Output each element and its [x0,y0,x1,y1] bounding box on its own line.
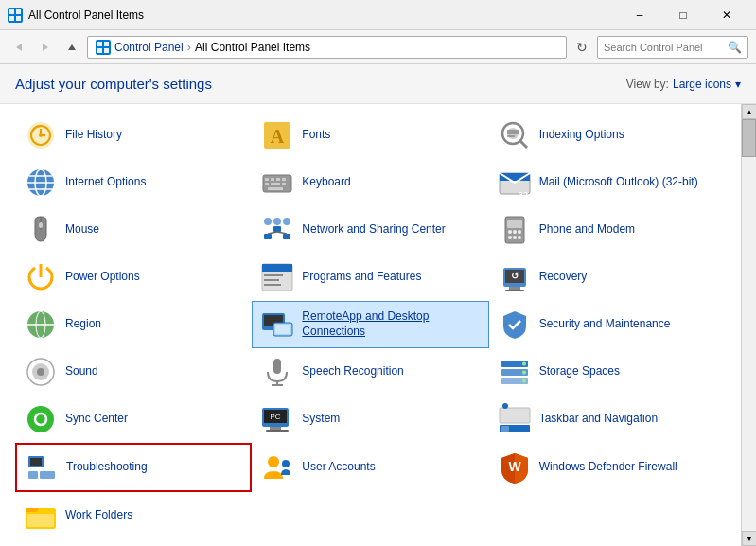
work-folders-icon [24,499,58,533]
svg-rect-98 [500,408,530,423]
up-button[interactable] [61,36,83,59]
view-by-value[interactable]: Large icons [673,78,731,91]
svg-point-51 [273,218,281,225]
scroll-up-button[interactable]: ▲ [742,104,756,119]
svg-marker-6 [43,44,48,51]
item-programs-features[interactable]: Programs and Features [252,254,488,301]
view-by-label: View by: [626,78,669,91]
network-sharing-label: Network and Sharing Center [302,222,445,238]
search-box[interactable]: 🔍 [597,36,748,59]
scrollbar[interactable]: ▲ ▼ [741,104,756,546]
item-windows-defender[interactable]: W Windows Defender Firewall [489,443,726,492]
item-recovery[interactable]: ↺ Recovery [489,254,726,301]
close-button[interactable]: ✕ [705,0,748,30]
item-system[interactable]: PC System [252,396,488,443]
svg-rect-11 [97,48,102,53]
title-bar-left: All Control Panel Items [8,8,144,23]
breadcrumb-control-panel[interactable]: Control Panel [114,41,184,54]
troubleshooting-icon [25,450,59,484]
item-sound[interactable]: Sound [15,348,252,396]
maximize-button[interactable]: □ [661,0,705,30]
svg-text:W: W [508,459,521,474]
svg-rect-32 [265,178,269,181]
item-remoteapp[interactable]: RemoteApp and Desktop Connections [252,301,488,348]
power-options-label: Power Options [65,270,140,285]
work-folders-label: Work Folders [65,508,132,523]
svg-rect-33 [271,178,274,181]
scroll-thumb[interactable] [742,119,756,157]
item-speech-recognition[interactable]: Speech Recognition [252,348,488,396]
item-fonts[interactable]: A Fonts [252,112,488,159]
recovery-label: Recovery [539,270,588,285]
svg-rect-64 [264,274,283,276]
svg-point-17 [39,133,43,137]
item-internet-options[interactable]: Internet Options [15,159,252,206]
svg-text:PC: PC [271,413,281,421]
svg-rect-104 [30,458,42,466]
programs-features-label: Programs and Features [302,270,421,285]
taskbar-navigation-icon [498,402,532,436]
speech-recognition-icon [260,355,294,389]
content-area: File History A Fonts Indexing Options In… [0,104,741,546]
svg-point-91 [27,406,54,432]
item-security-maintenance[interactable]: Security and Maintenance [489,301,726,348]
svg-point-89 [522,371,526,375]
view-by-dropdown-arrow[interactable]: ▾ [735,78,741,91]
page-title: Adjust your computer's settings [15,76,212,92]
item-taskbar-navigation[interactable]: Taskbar and Navigation [489,396,726,443]
storage-spaces-icon [498,355,532,389]
svg-marker-7 [68,44,76,50]
svg-rect-12 [104,48,109,53]
svg-text:32: 32 [519,190,528,200]
item-work-folders[interactable]: Work Folders [15,492,252,539]
user-accounts-label: User Accounts [302,460,375,475]
item-mail[interactable]: 32 Mail (Microsoft Outlook) (32-bit) [489,159,726,206]
svg-point-52 [283,218,290,225]
region-icon [24,308,58,342]
svg-rect-46 [273,226,281,232]
item-sync-center[interactable]: Sync Center [15,396,252,443]
title-bar: All Control Panel Items – □ ✕ [0,0,756,30]
breadcrumb: Control Panel › All Control Panel Items [87,36,567,59]
item-phone-modem[interactable]: Phone and Modem [489,206,726,254]
minimize-button[interactable]: – [618,0,661,30]
sync-center-label: Sync Center [65,412,128,427]
svg-rect-45 [264,234,272,239]
item-region[interactable]: Region [15,301,252,348]
svg-rect-10 [104,42,109,46]
breadcrumb-all-items: All Control Panel Items [195,41,310,54]
item-power-options[interactable]: Power Options [15,254,252,301]
svg-rect-102 [28,471,38,479]
svg-rect-65 [264,279,279,281]
svg-rect-3 [9,16,14,21]
storage-spaces-label: Storage Spaces [539,364,620,379]
svg-rect-38 [282,183,286,185]
item-keyboard[interactable]: Keyboard [252,159,488,206]
item-storage-spaces[interactable]: Storage Spaces [489,348,726,396]
item-indexing-options[interactable]: Indexing Options [489,112,726,159]
phone-modem-icon [498,213,532,247]
security-maintenance-label: Security and Maintenance [539,317,671,332]
svg-text:A: A [271,126,285,147]
window-icon [8,8,23,23]
window-title: All Control Panel Items [28,9,144,22]
item-troubleshooting[interactable]: Troubleshooting [15,443,252,492]
mail-label: Mail (Microsoft Outlook) (32-bit) [539,175,698,190]
item-file-history[interactable]: File History [15,112,252,159]
search-input[interactable] [604,42,724,53]
items-grid: File History A Fonts Indexing Options In… [15,112,726,539]
svg-point-60 [518,236,521,239]
item-network-sharing[interactable]: Network and Sharing Center [252,206,488,254]
refresh-button[interactable]: ↻ [571,36,593,59]
scroll-track[interactable] [742,119,756,531]
item-user-accounts[interactable]: User Accounts [252,443,488,492]
svg-point-100 [502,403,508,409]
svg-point-56 [513,230,517,234]
forward-button[interactable] [34,36,57,59]
back-button[interactable] [8,36,30,59]
item-mouse[interactable]: Mouse [15,206,252,254]
toolbar: Adjust your computer's settings View by:… [0,64,756,104]
svg-point-50 [264,218,272,225]
scroll-down-button[interactable]: ▼ [742,531,756,546]
svg-line-49 [277,232,287,234]
